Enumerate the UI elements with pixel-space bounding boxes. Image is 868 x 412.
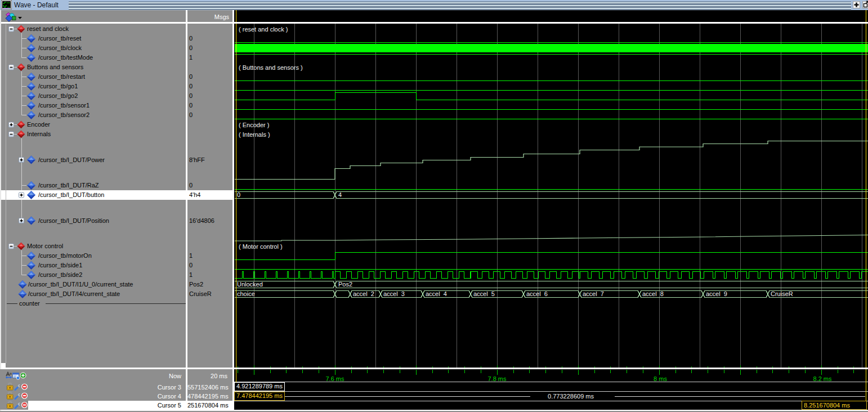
svg-text:Unlocked: Unlocked [237, 281, 263, 288]
svg-text:7.478442195 ms: 7.478442195 ms [236, 392, 283, 399]
svg-text:Pos2: Pos2 [338, 281, 352, 288]
svg-text:accel 7: accel 7 [583, 290, 604, 297]
svg-text:( Internals ): ( Internals ) [239, 131, 270, 138]
svg-text:8.2 ms: 8.2 ms [813, 375, 832, 382]
svg-text:accel 2: accel 2 [353, 290, 374, 297]
svg-text:4.921289789 ms: 4.921289789 ms [236, 383, 283, 389]
svg-text:( Encoder ): ( Encoder ) [239, 122, 269, 128]
svg-text:( reset and clock ): ( reset and clock ) [239, 26, 288, 33]
svg-text:accel 5: accel 5 [473, 290, 495, 297]
svg-text:accel 3: accel 3 [383, 290, 405, 297]
svg-text:8 ms: 8 ms [654, 375, 667, 382]
svg-text:7.6 ms: 7.6 ms [325, 375, 344, 382]
svg-text:4: 4 [338, 191, 342, 198]
svg-text:7.8 ms: 7.8 ms [487, 375, 507, 382]
svg-text:choice: choice [237, 290, 255, 297]
svg-text:accel 6: accel 6 [526, 290, 548, 297]
svg-text:( Motor control ): ( Motor control ) [239, 243, 283, 250]
svg-text:CruiseR: CruiseR [771, 290, 793, 297]
svg-text:0: 0 [237, 191, 240, 198]
svg-text:accel 8: accel 8 [642, 290, 664, 297]
svg-text:accel 4: accel 4 [426, 290, 447, 297]
svg-text:accel 9: accel 9 [706, 290, 727, 297]
svg-text:0.773228609 ms: 0.773228609 ms [548, 393, 594, 400]
svg-text:8.251670804 ms: 8.251670804 ms [804, 402, 850, 409]
svg-text:( Buttons and sensors ): ( Buttons and sensors ) [239, 64, 303, 71]
